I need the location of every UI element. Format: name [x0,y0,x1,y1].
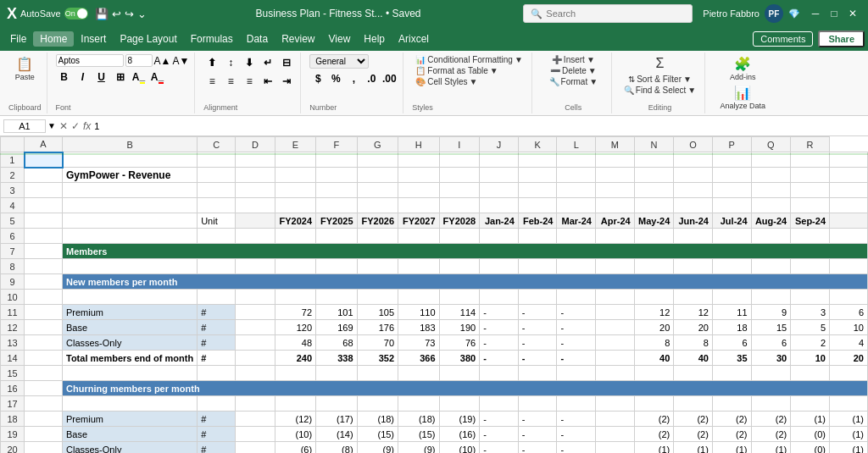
close-button[interactable]: ✕ [844,5,861,22]
cell[interactable] [236,351,275,366]
cell[interactable] [557,152,596,168]
share-button[interactable]: Share [818,30,865,47]
cell[interactable] [236,229,275,244]
cell[interactable] [751,152,791,168]
cell[interactable] [357,290,398,305]
cell[interactable] [791,290,830,305]
cell[interactable] [275,396,315,412]
cell[interactable]: FY2026 [357,213,398,229]
cell[interactable]: Total members end of month [63,351,198,366]
increase-indent-button[interactable]: ⇥ [278,73,295,90]
cell[interactable] [518,168,557,183]
merge-button[interactable]: ⊟ [278,54,295,71]
italic-button[interactable]: I [75,69,92,86]
cell[interactable] [398,152,439,168]
cell-reference-box[interactable]: A1 [3,119,46,133]
cell[interactable] [275,259,315,274]
cell[interactable] [518,259,557,274]
cell[interactable] [674,183,713,198]
cell[interactable] [63,366,198,381]
cell[interactable] [236,412,275,427]
cell[interactable] [63,213,198,229]
cell[interactable] [25,427,63,442]
cell[interactable] [398,168,439,183]
cell[interactable] [596,290,635,305]
cell[interactable] [25,213,63,229]
cell[interactable] [398,366,439,381]
cell[interactable] [398,198,439,213]
cell[interactable] [25,305,63,320]
font-name-select[interactable] [56,54,124,67]
menu-formulas[interactable]: Formulas [184,31,240,47]
cell[interactable]: Classes-Only [63,335,198,351]
cell[interactable] [480,152,519,168]
cell[interactable] [63,198,198,213]
cell[interactable] [634,229,674,244]
cell[interactable]: - [557,412,596,427]
cell[interactable]: 6 [830,305,868,320]
cell[interactable] [316,183,357,198]
cell[interactable] [596,229,635,244]
cell[interactable] [236,152,275,168]
cell[interactable] [236,183,275,198]
cell[interactable] [275,168,315,183]
cell[interactable] [316,229,357,244]
cell[interactable] [830,396,868,412]
cell[interactable]: Classes-Only [63,442,198,454]
cell[interactable]: 73 [398,335,439,351]
cell[interactable] [674,290,713,305]
cell[interactable]: 70 [357,335,398,351]
cell[interactable] [674,366,713,381]
cell[interactable]: Premium [63,412,198,427]
cell[interactable] [751,290,791,305]
cell[interactable]: (1) [712,442,751,454]
cell[interactable] [439,396,480,412]
cell[interactable] [63,183,198,198]
cell[interactable] [480,168,519,183]
cell[interactable] [198,152,236,168]
increase-font-icon[interactable]: A▲ [154,55,171,67]
cell[interactable]: (0) [791,442,830,454]
cell[interactable]: - [557,335,596,351]
analyze-data-button[interactable]: 📊 Analyze Data [716,83,769,112]
cell[interactable]: - [480,442,519,454]
cell[interactable]: (0) [791,427,830,442]
cell[interactable]: 12 [634,305,674,320]
cell[interactable]: 8 [674,335,713,351]
cell[interactable] [674,229,713,244]
cell[interactable] [480,259,519,274]
comments-button[interactable]: Comments [753,31,813,47]
cell[interactable] [398,290,439,305]
cell[interactable] [712,198,751,213]
cell[interactable] [751,183,791,198]
cell[interactable] [518,396,557,412]
col-header-m[interactable]: M [596,137,635,152]
cell[interactable] [357,259,398,274]
cell[interactable] [634,198,674,213]
cell[interactable]: (1) [791,412,830,427]
cell[interactable] [25,335,63,351]
cell[interactable]: 176 [357,320,398,335]
cell[interactable]: - [518,442,557,454]
cell[interactable] [596,183,635,198]
cell[interactable]: 11 [712,305,751,320]
cell[interactable] [596,335,635,351]
cell[interactable] [63,152,198,168]
menu-home[interactable]: Home [33,31,74,47]
cell[interactable]: 9 [751,305,791,320]
col-header-a[interactable]: A [25,137,63,152]
cell[interactable] [712,366,751,381]
cell[interactable]: 183 [398,320,439,335]
cell[interactable]: (2) [712,412,751,427]
border-button[interactable]: ⊞ [112,69,129,86]
cell[interactable] [25,168,63,183]
col-header-i[interactable]: I [439,137,480,152]
cell[interactable]: (18) [357,412,398,427]
menu-review[interactable]: Review [275,31,321,47]
cell[interactable]: 40 [634,351,674,366]
cell[interactable]: 6 [751,335,791,351]
cell[interactable] [357,198,398,213]
cell[interactable]: 35 [712,351,751,366]
cell[interactable]: 120 [275,320,315,335]
col-header-q[interactable]: Q [751,137,791,152]
